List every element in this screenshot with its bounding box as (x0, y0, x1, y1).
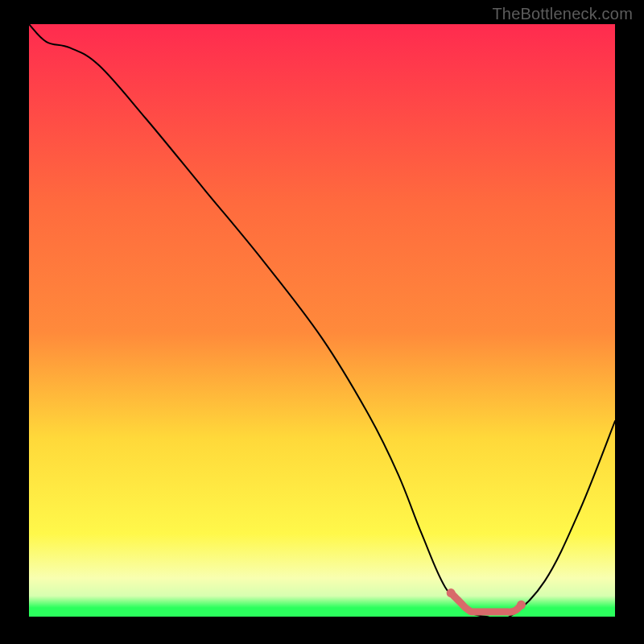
chart-frame: TheBottleneck.com (0, 0, 644, 644)
chart-svg (29, 24, 615, 617)
highlight-start-dot (447, 588, 456, 597)
watermark-text: TheBottleneck.com (492, 5, 633, 23)
plot-area (29, 24, 615, 617)
highlight-end-dot (517, 601, 526, 609)
gradient-background (29, 24, 615, 617)
